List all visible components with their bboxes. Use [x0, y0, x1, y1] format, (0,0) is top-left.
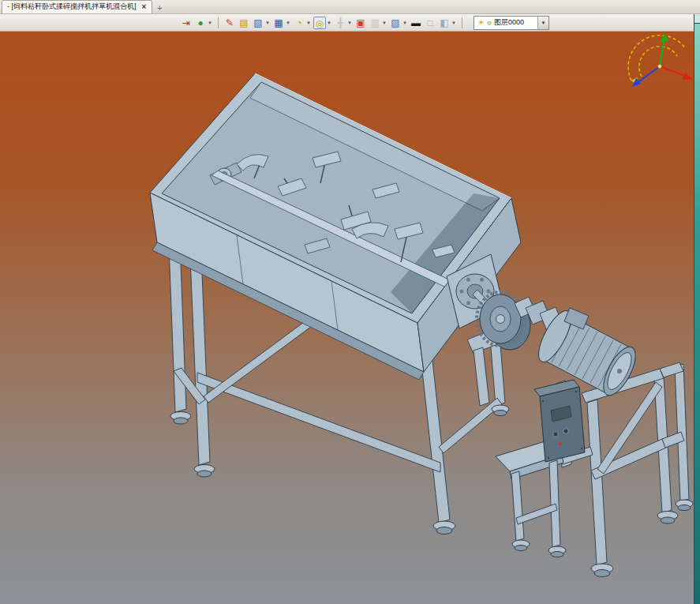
tab-bar: - [饲料秸秆卧式揉碎搅拌机拌草机混合机] × + — [0, 0, 700, 14]
viewport-scrollbar[interactable] — [694, 14, 700, 604]
foot-pad — [548, 546, 566, 557]
model-canvas — [0, 32, 694, 604]
y-axis — [660, 38, 664, 66]
mixer-trough — [150, 73, 521, 380]
layer-combobox[interactable]: ☀ ● 图层0000 ▾ — [474, 16, 549, 30]
indicator-light — [559, 442, 562, 445]
toolbar-separator — [462, 17, 462, 28]
sketch-pen-icon[interactable]: ✎ — [223, 17, 236, 29]
render-mode-icon[interactable]: ● — [194, 17, 207, 29]
chevron-down-icon[interactable]: ▾ — [451, 20, 457, 26]
scrollbar-top-button[interactable] — [694, 14, 700, 24]
control-button — [563, 429, 568, 433]
grid-icon[interactable]: ▥ — [369, 17, 381, 29]
foot-pad — [657, 512, 678, 524]
foot-pad — [512, 540, 530, 551]
line-width-icon[interactable]: ▬ — [410, 17, 422, 29]
step-platform — [496, 441, 593, 557]
orientation-triad — [628, 33, 693, 87]
exit-icon[interactable]: ⇥ — [180, 17, 193, 29]
layer-name: 图层0000 — [494, 17, 535, 28]
render-region-icon[interactable]: ▣ — [354, 17, 367, 29]
foot-pad — [492, 405, 509, 416]
bg-color-icon[interactable]: □ — [424, 17, 436, 29]
cad-window: - [饲料秸秆卧式揉碎搅拌机拌草机混合机] × + ⇥ ● ▾ ✎ ▤ ▧ ▾ … — [0, 0, 700, 604]
chevron-down-icon[interactable]: ▾ — [207, 20, 213, 26]
material-icon[interactable]: ◧ — [438, 17, 451, 29]
palette-icon[interactable]: ▤ — [238, 17, 250, 29]
toolbar-separator — [218, 17, 219, 28]
layer-color-icon: ● — [487, 18, 492, 27]
assembly-icon[interactable]: ▦ — [272, 17, 285, 29]
chevron-down-icon[interactable]: ▾ — [537, 17, 548, 29]
foot-pad — [591, 564, 613, 577]
chevron-down-icon[interactable]: ▾ — [402, 20, 408, 26]
move-view-icon[interactable]: ╋ — [334, 17, 346, 29]
document-tab-title: - [饲料秸秆卧式揉碎搅拌机拌草机混合机] — [7, 2, 137, 12]
foot-pad — [433, 521, 455, 535]
chevron-down-icon[interactable]: ▾ — [305, 20, 312, 26]
tab-close-button[interactable]: × — [141, 2, 148, 11]
solid-modeling-icon[interactable]: ▧ — [252, 17, 264, 29]
control-button — [553, 432, 558, 437]
chevron-down-icon[interactable]: ▾ — [381, 20, 387, 26]
chain-sprocket — [477, 292, 524, 346]
chevron-down-icon[interactable]: ▾ — [346, 20, 353, 26]
main-toolbar: ⇥ ● ▾ ✎ ▤ ▧ ▾ ▦ ▾ ◔ ▾ ◎ ▾ ╋ ▾ ▣ ▥ ▾ ▨ ▾ … — [0, 14, 700, 32]
pie-analysis-icon[interactable]: ◔ — [293, 17, 305, 29]
chevron-down-icon[interactable]: ▾ — [285, 20, 291, 26]
zoom-icon[interactable]: ◎ — [313, 17, 326, 29]
new-tab-button[interactable]: + — [152, 3, 167, 13]
foot-pad — [194, 465, 215, 478]
image-icon[interactable]: ▨ — [389, 17, 402, 29]
chevron-down-icon[interactable]: ▾ — [326, 20, 332, 26]
foot-pad — [170, 412, 191, 425]
viewport-3d[interactable] — [0, 32, 700, 604]
layer-visibility-icon[interactable]: ☀ — [477, 18, 485, 27]
chevron-down-icon[interactable]: ▾ — [264, 20, 271, 26]
foot-pad — [676, 500, 693, 511]
document-tab[interactable]: - [饲料秸秆卧式揉碎搅拌机拌草机混合机] × — [2, 0, 152, 13]
